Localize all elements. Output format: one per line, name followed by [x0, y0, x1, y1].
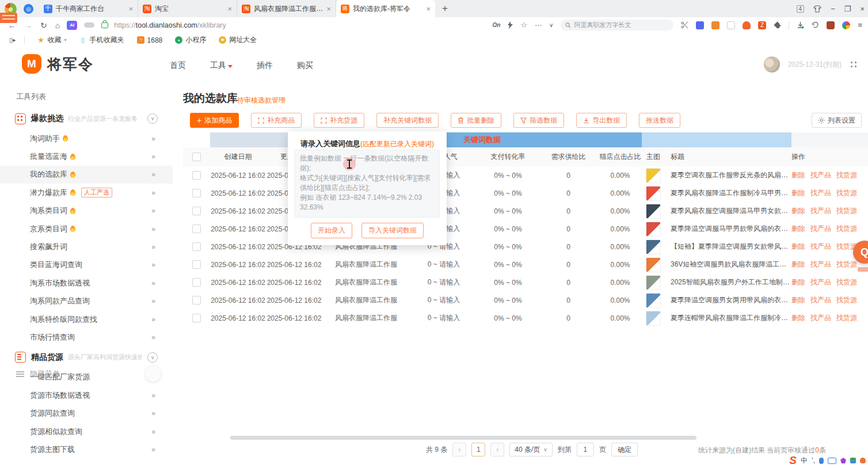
ai-assistant-icon[interactable]: AI — [67, 21, 77, 30]
hidden-menu-button[interactable]: 隐藏菜单 — [16, 369, 60, 379]
action-link-删除[interactable]: 删除 — [791, 224, 805, 234]
browser-tab-0[interactable]: 千千牛商家工作台× — [39, 0, 138, 17]
checkbox[interactable] — [192, 153, 201, 161]
action-link-找产品[interactable]: 找产品 — [810, 224, 831, 234]
start-entry-button[interactable]: 开始录入 — [311, 223, 352, 238]
checkbox[interactable] — [192, 171, 201, 180]
chevron-circle-icon[interactable]: ∨ — [147, 113, 158, 124]
checkbox[interactable] — [192, 225, 201, 233]
sogou-logo-icon[interactable]: S — [789, 454, 797, 467]
address-bar[interactable]: https://tool.dianlaoshi.com/xklibrary — [114, 21, 226, 29]
extensions-puzzle-icon[interactable] — [774, 21, 781, 29]
action-link-找货源[interactable]: 找货源 — [836, 295, 857, 305]
sidebar-item-货源主图下载[interactable]: 货源主图下载» — [0, 440, 173, 458]
product-thumbnail[interactable] — [646, 293, 661, 308]
action-link-找产品[interactable]: 找产品 — [810, 260, 831, 269]
action-link-找货源[interactable]: 找货源 — [836, 170, 857, 180]
product-thumbnail[interactable] — [646, 204, 661, 219]
sidebar-item-淘系特价版同款查找[interactable]: 淘系特价版同款查找» — [0, 310, 173, 328]
toolbar-button-批量删除[interactable]: 批量删除 — [451, 113, 501, 128]
menu-icon[interactable]: ≡ — [858, 21, 862, 29]
chevron-circle-icon[interactable]: ∨ — [147, 352, 158, 363]
row-select[interactable] — [183, 171, 210, 180]
checkbox[interactable] — [192, 242, 201, 251]
ext-note-icon[interactable] — [727, 21, 735, 29]
row-select[interactable] — [183, 296, 210, 305]
keyword-textarea[interactable]: 批量例如数据 一行一条数据(以空格隔开数据);格式为[关键词][搜索人气][支付… — [295, 150, 440, 218]
ime-lang-toggle[interactable]: 中 — [801, 456, 808, 466]
action-link-找货源[interactable]: 找货源 — [836, 313, 857, 323]
list-settings-button[interactable]: 列表设置 — [812, 113, 862, 128]
nav-item-1[interactable]: 工具 — [210, 60, 233, 71]
action-link-找货源[interactable]: 找货源 — [836, 260, 857, 269]
toolbar-button-推送数据[interactable]: 推送数据 — [639, 113, 680, 128]
new-tab-button[interactable]: + — [442, 3, 448, 14]
action-link-删除[interactable]: 删除 — [791, 313, 805, 323]
ext-shop-icon[interactable] — [711, 21, 719, 29]
action-link-找产品[interactable]: 找产品 — [810, 188, 831, 198]
import-keyword-data-button[interactable]: 导入关键词数据 — [361, 223, 424, 238]
action-link-删除[interactable]: 删除 — [791, 295, 805, 305]
ext-translate-icon[interactable] — [696, 21, 704, 29]
row-select[interactable] — [183, 242, 210, 251]
sidebar-item-批量选蓝海[interactable]: 批量选蓝海» — [0, 147, 173, 165]
sidebar-item-类目蓝海词查询[interactable]: 类目蓝海词查询» — [0, 256, 173, 274]
product-thumbnail[interactable] — [646, 168, 661, 183]
product-thumbnail[interactable] — [646, 275, 661, 290]
keyboard-icon[interactable] — [828, 458, 836, 464]
ime-toolbox-icon[interactable] — [860, 458, 866, 463]
checkbox[interactable] — [192, 260, 201, 269]
page-number-button[interactable]: 1 — [471, 443, 485, 456]
checkbox[interactable] — [192, 278, 201, 287]
confirm-button[interactable]: 确定 — [611, 443, 638, 456]
sidebar-collapse-button[interactable] — [145, 366, 161, 382]
action-link-找产品[interactable]: 找产品 — [810, 242, 831, 252]
checkbox[interactable] — [192, 296, 201, 305]
sidebar-item-淘系市场数据透视[interactable]: 淘系市场数据透视» — [0, 274, 173, 292]
action-link-找产品[interactable]: 找产品 — [810, 295, 831, 305]
tab-close-icon[interactable]: × — [326, 5, 331, 13]
row-select[interactable] — [183, 314, 210, 322]
nav-item-0[interactable]: 首页 — [170, 60, 186, 71]
bookmark-item-4[interactable]: ✚网址大全 — [219, 35, 257, 45]
browser-theme-icon[interactable] — [842, 21, 850, 29]
toolbar-button-筛选数据[interactable]: 筛选数据 — [513, 113, 564, 128]
toolbar-button-补充商品[interactable]: 补充商品 — [251, 113, 302, 128]
tab-close-icon[interactable]: × — [426, 5, 431, 13]
row-select[interactable] — [183, 278, 210, 287]
tab-close-icon[interactable]: × — [128, 5, 133, 13]
row-select[interactable] — [183, 189, 210, 197]
scissors-icon[interactable] — [681, 21, 688, 29]
product-thumbnail[interactable] — [646, 222, 661, 237]
action-link-找货源[interactable]: 找货源 — [836, 224, 857, 234]
sidebar-group-1[interactable]: 精品货源源头厂家高利润货源快速挑选∨ — [0, 347, 173, 368]
ext-home-icon[interactable] — [743, 21, 751, 29]
toolbox-icon[interactable] — [827, 21, 835, 29]
product-thumbnail[interactable] — [646, 239, 661, 254]
forward-icon[interactable]: → — [24, 21, 32, 30]
apps-grid-icon[interactable] — [850, 60, 858, 69]
action-link-找产品[interactable]: 找产品 — [810, 277, 831, 287]
bookmark-item-2[interactable]: ৲1688 — [137, 36, 163, 44]
history-undo-icon[interactable] — [812, 21, 819, 29]
hot-search-box[interactable]: 阿里离职发万字长文 — [561, 20, 673, 31]
browser-assistant-icon[interactable]: ◎ — [24, 4, 33, 14]
next-page-button[interactable]: › — [490, 443, 504, 456]
toolbar-button-添加商品[interactable]: +添加商品 — [190, 113, 239, 128]
action-link-删除[interactable]: 删除 — [791, 277, 805, 287]
more-dots-icon[interactable]: ⋯ — [535, 21, 542, 29]
ime-punct-toggle[interactable]: ’, — [812, 456, 815, 465]
pending-review-link[interactable]: 待审核选款管理 — [237, 96, 285, 105]
action-link-删除[interactable]: 删除 — [791, 242, 805, 252]
bookmark-item-3[interactable]: ●小程序 — [175, 35, 206, 45]
action-link-找产品[interactable]: 找产品 — [810, 206, 831, 216]
mic-icon[interactable] — [819, 458, 824, 464]
product-thumbnail[interactable] — [646, 186, 661, 201]
sidebar-item-货源同款查询[interactable]: 货源同款查询» — [0, 404, 173, 422]
action-link-找货源[interactable]: 找货源 — [836, 188, 857, 198]
sidebar-group-0[interactable]: 爆款挑选行业产品货源一条龙服务∨ — [0, 108, 173, 130]
action-link-删除[interactable]: 删除 — [791, 260, 805, 269]
action-link-找产品[interactable]: 找产品 — [810, 313, 831, 323]
sidebar-expand-icon[interactable]: ▯▸ — [9, 36, 16, 44]
sidebar-item-淘系同款产品查询[interactable]: 淘系同款产品查询» — [0, 292, 173, 310]
